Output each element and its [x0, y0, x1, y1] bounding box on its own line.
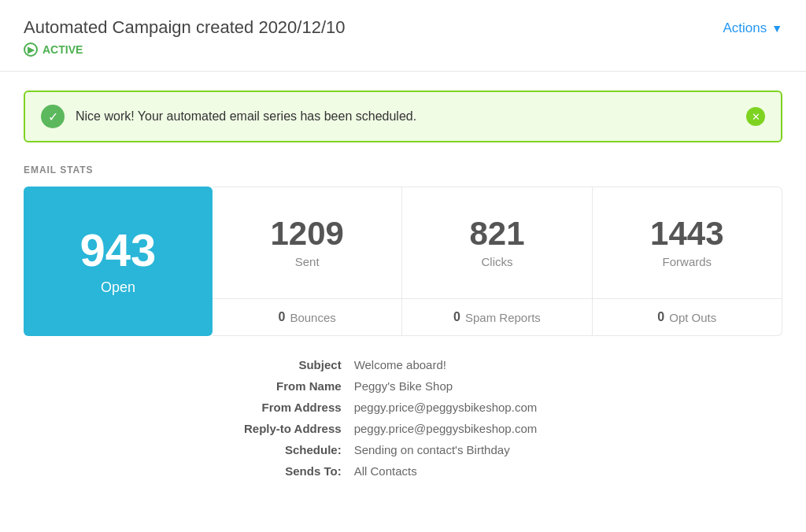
clicks-number: 821	[469, 217, 524, 250]
reply-to-value: peggy.price@peggysbikeshop.com	[354, 422, 782, 435]
bounces-label: Bounces	[290, 311, 335, 324]
from-address-key: From Address	[244, 401, 342, 414]
from-address-value: peggy.price@peggysbikeshop.com	[354, 401, 782, 414]
clicks-label: Clicks	[481, 255, 512, 268]
page-header: Automated Campaign created 2020/12/10 ▶ …	[0, 0, 806, 72]
close-banner-button[interactable]: ✕	[746, 107, 765, 126]
subject-value: Welcome aboard!	[354, 358, 782, 371]
reply-to-key: Reply-to Address	[244, 422, 342, 435]
chevron-down-icon: ▼	[771, 22, 782, 35]
check-icon: ✓	[41, 105, 65, 128]
status-text: ACTIVE	[43, 43, 83, 56]
open-stat-box: 943 Open	[24, 187, 213, 336]
open-label: Open	[101, 279, 135, 296]
optouts-stat: 0 Opt Outs	[593, 299, 782, 335]
header-left: Automated Campaign created 2020/12/10 ▶ …	[24, 17, 346, 57]
from-name-key: From Name	[244, 379, 342, 393]
sends-to-key: Sends To:	[244, 464, 342, 478]
stats-right-panel: 1209 Sent 821 Clicks 1443 Forwards 0 Bou…	[213, 187, 782, 336]
campaign-title: Automated Campaign created 2020/12/10	[24, 17, 346, 38]
clicks-stat: 821 Clicks	[402, 187, 592, 298]
active-icon: ▶	[24, 42, 38, 57]
success-banner: ✓ Nice work! Your automated email series…	[24, 91, 782, 142]
forwards-number: 1443	[650, 217, 723, 250]
main-content: ✓ Nice work! Your automated email series…	[0, 72, 806, 497]
sent-number: 1209	[270, 217, 343, 250]
actions-button[interactable]: Actions ▼	[723, 17, 782, 39]
email-stats-label: EMAIL STATS	[24, 164, 782, 175]
forwards-label: Forwards	[663, 255, 712, 268]
forwards-stat: 1443 Forwards	[593, 187, 782, 298]
sent-stat: 1209 Sent	[213, 187, 402, 298]
bounces-count: 0	[279, 310, 286, 324]
schedule-key: Schedule:	[244, 443, 342, 456]
banner-left: ✓ Nice work! Your automated email series…	[41, 105, 416, 128]
status-badge: ▶ ACTIVE	[24, 42, 346, 57]
subject-key: Subject	[244, 358, 342, 371]
sends-to-value: All Contacts	[354, 464, 782, 478]
stats-top-row: 1209 Sent 821 Clicks 1443 Forwards	[213, 187, 782, 299]
stats-bottom-row: 0 Bounces 0 Spam Reports 0 Opt Outs	[213, 299, 782, 335]
spam-label: Spam Reports	[465, 311, 541, 324]
spam-count: 0	[453, 310, 460, 324]
actions-label: Actions	[723, 20, 767, 36]
schedule-value: Sending on contact's Birthday	[354, 443, 782, 456]
sent-label: Sent	[295, 255, 320, 268]
bounces-stat: 0 Bounces	[213, 299, 402, 335]
from-name-value: Peggy's Bike Shop	[354, 379, 782, 393]
stats-container: 943 Open 1209 Sent 821 Clicks 1443 Forwa…	[24, 187, 782, 336]
spam-stat: 0 Spam Reports	[402, 299, 592, 335]
optouts-count: 0	[657, 310, 664, 324]
banner-message: Nice work! Your automated email series h…	[76, 109, 416, 124]
open-number: 943	[80, 227, 157, 273]
optouts-label: Opt Outs	[669, 311, 716, 324]
details-table: Subject Welcome aboard! From Name Peggy'…	[24, 358, 782, 478]
